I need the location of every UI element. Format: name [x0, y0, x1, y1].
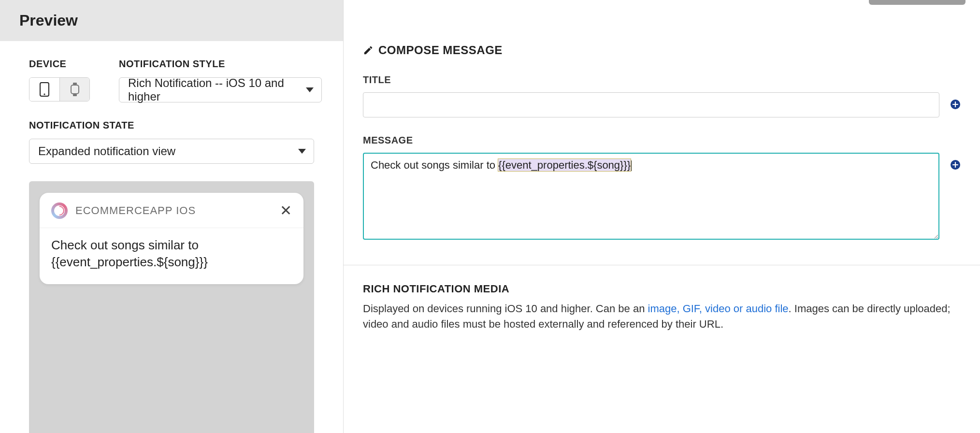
device-preview-area: ECOMMERCEAPP IOS ✕ Check out songs simil…	[29, 181, 314, 433]
app-icon	[51, 202, 68, 219]
device-phone-button[interactable]	[29, 78, 59, 101]
rich-media-heading: RICH NOTIFICATION MEDIA	[363, 283, 961, 295]
notification-state-select[interactable]: Expanded notification view	[29, 139, 314, 164]
notification-style-value: Rich Notification -- iOS 10 and higher	[128, 76, 306, 103]
compose-panel: COMPOSE MESSAGE TITLE MESSAGE	[343, 0, 980, 433]
title-label: TITLE	[363, 74, 961, 86]
preview-title: Preview	[19, 12, 324, 29]
plus-circle-icon	[950, 99, 961, 110]
compose-heading-text: COMPOSE MESSAGE	[378, 43, 503, 57]
rich-media-description: Displayed on devices running iOS 10 and …	[363, 301, 961, 332]
svg-rect-4	[73, 94, 77, 96]
watch-icon	[70, 82, 80, 97]
add-title-var-button[interactable]	[950, 99, 961, 110]
notification-state-label: NOTIFICATION STATE	[29, 120, 314, 131]
edit-icon	[363, 45, 374, 56]
device-watch-button[interactable]	[59, 78, 89, 101]
phone-icon	[40, 82, 49, 97]
app-name: ECOMMERCEAPP IOS	[75, 204, 272, 217]
notification-style-label: NOTIFICATION STYLE	[119, 58, 322, 70]
chevron-down-icon	[298, 149, 306, 154]
notification-state-value: Expanded notification view	[38, 144, 175, 158]
rich-text-before: Displayed on devices running iOS 10 and …	[363, 303, 648, 315]
add-message-var-button[interactable]	[950, 159, 961, 170]
svg-point-1	[43, 93, 45, 95]
notification-card: ECOMMERCEAPP IOS ✕ Check out songs simil…	[40, 193, 303, 284]
device-toggle-group	[29, 77, 90, 101]
svg-rect-2	[71, 85, 79, 94]
media-types-link[interactable]: image, GIF, video or audio file	[648, 303, 789, 315]
device-label: DEVICE	[29, 58, 90, 70]
plus-circle-icon	[950, 159, 961, 170]
chevron-down-icon	[306, 87, 314, 92]
partial-header-button[interactable]	[869, 0, 966, 5]
message-label: MESSAGE	[363, 135, 961, 146]
compose-heading: COMPOSE MESSAGE	[363, 43, 961, 57]
preview-header: Preview	[0, 0, 343, 41]
svg-rect-3	[73, 83, 77, 85]
notification-body: Check out songs similar to {{event_prope…	[40, 228, 303, 284]
notification-style-select[interactable]: Rich Notification -- iOS 10 and higher	[119, 77, 322, 102]
preview-panel: Preview DEVICE	[0, 0, 343, 433]
message-input[interactable]	[363, 153, 939, 240]
title-input[interactable]	[363, 92, 939, 117]
close-icon[interactable]: ✕	[280, 203, 292, 218]
